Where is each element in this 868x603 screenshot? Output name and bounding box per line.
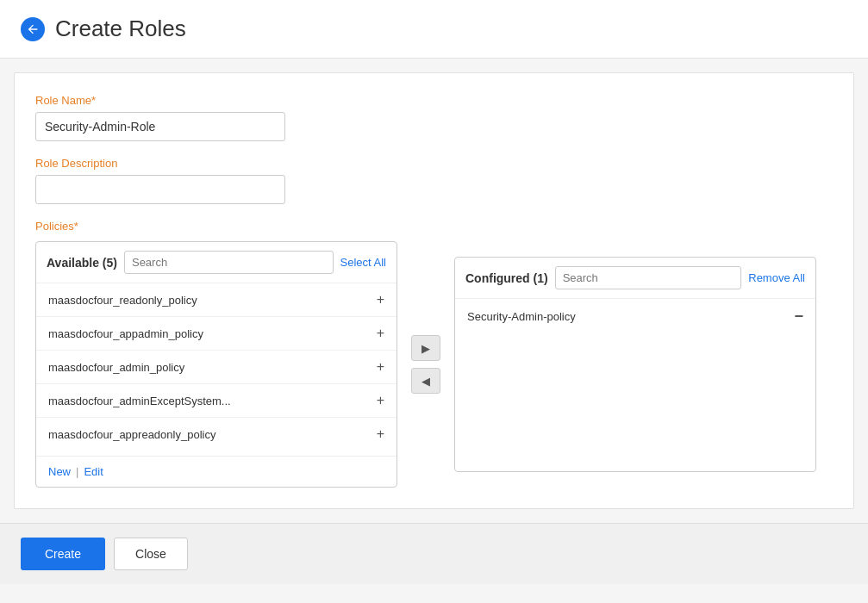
- footer-separator: |: [76, 465, 78, 478]
- select-all-button[interactable]: Select All: [340, 256, 386, 269]
- configured-list: Security-Admin-policy −: [455, 299, 815, 471]
- add-icon[interactable]: +: [377, 426, 384, 442]
- available-panel-header: Available (5) Select All: [36, 242, 397, 283]
- list-item[interactable]: maasdocfour_appadmin_policy +: [36, 317, 397, 351]
- role-description-input[interactable]: [35, 175, 285, 204]
- list-item[interactable]: Security-Admin-policy −: [455, 299, 815, 334]
- main-content: Role Name* Role Description Policies* Av…: [14, 72, 854, 509]
- role-name-input[interactable]: [35, 112, 285, 141]
- available-panel: Available (5) Select All maasdocfour_rea…: [35, 241, 397, 488]
- available-panel-footer: New | Edit: [36, 456, 397, 487]
- configured-search-input[interactable]: [555, 266, 742, 289]
- add-icon[interactable]: +: [377, 292, 384, 308]
- role-description-label: Role Description: [35, 157, 833, 170]
- add-icon[interactable]: +: [377, 326, 384, 341]
- policies-section: Policies* Available (5) Select All maasd…: [35, 220, 833, 488]
- transfer-back-button[interactable]: ◀: [411, 368, 440, 394]
- policy-item-name: maasdocfour_admin_policy: [48, 361, 184, 374]
- list-item[interactable]: maasdocfour_appreadonly_policy +: [36, 418, 397, 451]
- new-policy-button[interactable]: New: [48, 465, 71, 478]
- policy-item-name: maasdocfour_adminExceptSystem...: [48, 395, 231, 407]
- role-name-label: Role Name*: [35, 94, 833, 107]
- add-icon[interactable]: +: [377, 359, 384, 375]
- policy-item-name: maasdocfour_appreadonly_policy: [48, 428, 215, 441]
- add-icon[interactable]: +: [377, 393, 384, 408]
- policies-label: Policies*: [35, 220, 833, 233]
- list-item[interactable]: maasdocfour_readonly_policy +: [36, 283, 397, 317]
- available-list: maasdocfour_readonly_policy + maasdocfou…: [36, 283, 397, 456]
- list-item[interactable]: maasdocfour_adminExceptSystem... +: [36, 384, 397, 418]
- create-button[interactable]: Create: [21, 538, 105, 570]
- page-footer: Create Close: [0, 523, 868, 584]
- back-button[interactable]: [21, 17, 45, 41]
- list-item[interactable]: maasdocfour_admin_policy +: [36, 351, 397, 384]
- page-title: Create Roles: [55, 16, 186, 42]
- close-button[interactable]: Close: [114, 538, 188, 570]
- configured-panel-title: Configured (1): [465, 271, 548, 285]
- configured-panel-header: Configured (1) Remove All: [455, 258, 815, 299]
- policy-item-name: Security-Admin-policy: [467, 310, 576, 323]
- policies-layout: Available (5) Select All maasdocfour_rea…: [35, 241, 833, 488]
- available-search-input[interactable]: [124, 251, 334, 274]
- header: Create Roles: [0, 0, 868, 59]
- edit-policy-button[interactable]: Edit: [84, 465, 103, 478]
- remove-icon[interactable]: −: [794, 308, 803, 326]
- footer-links: New | Edit: [48, 465, 384, 478]
- configured-panel: Configured (1) Remove All Security-Admin…: [454, 257, 816, 472]
- policy-item-name: maasdocfour_appadmin_policy: [48, 327, 203, 340]
- role-description-group: Role Description: [35, 157, 833, 204]
- role-name-group: Role Name*: [35, 94, 833, 141]
- available-panel-title: Available (5): [47, 256, 117, 270]
- policy-item-name: maasdocfour_readonly_policy: [48, 294, 197, 307]
- remove-all-button[interactable]: Remove All: [748, 271, 805, 284]
- transfer-buttons: ▶ ◀: [411, 335, 440, 394]
- transfer-forward-button[interactable]: ▶: [411, 335, 440, 361]
